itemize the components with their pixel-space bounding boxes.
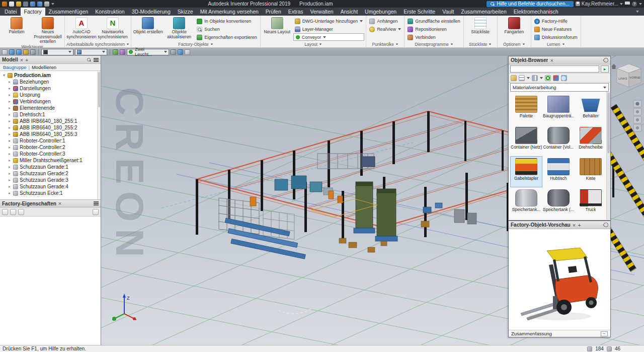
subtab-modellieren[interactable]: Modellieren <box>32 64 56 70</box>
tab-umgebungen[interactable]: Umgebungen <box>361 8 400 16</box>
neues-prozessmodell-button[interactable]: Neues Prozessmodell erstellen <box>33 16 63 44</box>
expander-icon[interactable]: ▸ <box>8 138 12 143</box>
tab-erste-schritte[interactable]: Erste Schritte <box>400 8 439 16</box>
tab-zusammenarbeiten[interactable]: Zusammenarbeiten <box>457 8 510 16</box>
tree-item[interactable]: ▸Darstellungen <box>0 85 101 92</box>
search-go-button[interactable]: ▸ <box>601 65 609 73</box>
tree-item[interactable]: ▸ABB IRB6640_180_255:1 <box>0 118 101 124</box>
tree-item[interactable]: ▸Roboter-Controller:2 <box>0 144 101 151</box>
tab-skizze[interactable]: Skizze <box>174 8 197 16</box>
tab-elektromechanisch[interactable]: Elektromechanisch <box>510 8 562 16</box>
tree-item[interactable]: ▸Miller Drahtschweißgeraet:1 <box>0 157 101 164</box>
in-objekte-konvertieren-button[interactable]: In Objekte konvertieren <box>195 17 259 25</box>
redo-icon[interactable] <box>37 2 42 7</box>
qat-dropdown-icon[interactable] <box>51 3 54 5</box>
sort-ascending-icon[interactable] <box>2 209 8 215</box>
autocad-sync-button[interactable]: A AutoCAD synchronisieren <box>66 16 97 39</box>
anhaengen-button[interactable]: Anhängen <box>368 17 403 25</box>
group-label-arbeitsablaeufe[interactable]: Arbeitsabläufe synchronisieren <box>66 41 129 47</box>
help-dropdown-icon[interactable] <box>639 3 642 5</box>
perspective-icon[interactable] <box>178 49 183 55</box>
tree-item[interactable]: ▸Roboter-Controller:3 <box>0 151 101 157</box>
tree-item[interactable]: ▸Drehtisch:1 <box>0 111 101 118</box>
expander-icon[interactable]: ▸ <box>8 86 12 91</box>
tree-item[interactable]: ▸Schutzzaun Gerade:2 <box>0 170 101 177</box>
appearance-select[interactable] <box>75 49 107 55</box>
tree-item-production[interactable]: ▾ Production.iam <box>0 72 101 79</box>
filter-icon[interactable] <box>93 209 99 215</box>
asset-container-vol[interactable]: Container (Vol... <box>542 125 575 156</box>
parameters-icon[interactable] <box>23 49 29 55</box>
expander-icon[interactable]: ▸ <box>8 178 12 182</box>
expander-icon[interactable]: ▸ <box>8 119 12 123</box>
pin-icon[interactable] <box>603 57 609 63</box>
open-icon[interactable] <box>16 2 21 7</box>
tab-datei[interactable]: Datei <box>1 8 21 16</box>
tree-item[interactable]: ▸Schutzzaun Gerade:4 <box>0 183 101 190</box>
reflections-icon[interactable] <box>171 49 176 55</box>
subtab-baugruppe[interactable]: Baugruppe <box>3 64 26 70</box>
objekt-erstellen-button[interactable]: Objekt erstellen <box>133 16 163 35</box>
expander-icon[interactable]: ▸ <box>8 184 12 189</box>
expander-icon[interactable]: ▸ <box>8 99 12 104</box>
list-view-select[interactable] <box>519 75 525 81</box>
viewcube-front-face[interactable]: VORNE <box>629 76 640 79</box>
cloud-icon[interactable] <box>561 75 567 81</box>
expander-icon[interactable]: ▸ <box>8 165 12 169</box>
tree-item[interactable]: ▸Ursprung <box>0 92 101 98</box>
group-label-optionen[interactable]: Optionen <box>499 41 529 47</box>
sort-descending-icon[interactable] <box>10 209 16 215</box>
object-search-input[interactable] <box>510 65 599 73</box>
new-file-icon[interactable] <box>9 2 14 7</box>
save-icon[interactable] <box>23 2 28 7</box>
expander-icon[interactable]: ▸ <box>8 112 12 117</box>
tab-vault[interactable]: Vault <box>439 8 457 16</box>
grundflaeche-einstellen-button[interactable]: Grundfläche einstellen <box>406 17 462 25</box>
eigenschaften-exportieren-button[interactable]: Eigenschaften exportieren <box>195 33 259 41</box>
expander-icon[interactable]: ▸ <box>8 145 12 150</box>
expander-icon[interactable]: ▸ <box>8 125 12 130</box>
group-label-stueckliste[interactable]: Stückliste <box>465 41 496 47</box>
asset-kiste[interactable]: Kiste <box>575 156 607 187</box>
material-select[interactable] <box>41 49 73 55</box>
fangarten-button[interactable]: Fangarten <box>499 16 529 35</box>
add-tab-icon[interactable]: + <box>25 57 28 63</box>
tree-item[interactable]: ▸Beziehungen <box>0 79 101 85</box>
print-icon[interactable] <box>44 2 49 7</box>
shadows-icon[interactable] <box>120 49 125 55</box>
group-label-layout[interactable]: Layout <box>262 41 365 47</box>
expander-icon[interactable]: ▸ <box>8 171 12 176</box>
edit-icon[interactable] <box>511 75 517 81</box>
expander-icon[interactable]: ▸ <box>8 106 12 110</box>
tab-factory[interactable]: Factory <box>21 8 45 16</box>
undo-icon[interactable] <box>30 2 35 7</box>
close-icon[interactable]: × <box>20 57 23 62</box>
close-icon[interactable]: × <box>550 58 553 63</box>
conveyor-select[interactable]: Conveyor <box>293 33 365 41</box>
close-icon[interactable]: × <box>58 201 61 206</box>
viewcube-left-face[interactable]: LINKS <box>618 77 627 80</box>
menu-icon[interactable] <box>94 201 99 205</box>
expander-icon[interactable]: ▸ <box>8 132 12 136</box>
close-icon[interactable]: × <box>573 223 576 228</box>
tree-item[interactable]: ▸Schutzzaun Gerade:1 <box>0 164 101 170</box>
undo-icon[interactable] <box>9 49 15 55</box>
group-label-lernen[interactable]: Lernen <box>533 41 579 47</box>
expander-icon[interactable]: ▸ <box>8 93 12 97</box>
tab-verwalten[interactable]: Verwalten <box>307 8 337 16</box>
verbinden-button[interactable]: Verbinden <box>406 33 462 41</box>
home-icon[interactable] <box>612 66 616 69</box>
tree-item[interactable]: ▸ABB IRB6640_180_255:3 <box>0 131 101 137</box>
tree-item[interactable]: ▸ABB IRB6640_180_255:2 <box>0 124 101 131</box>
sync-icon[interactable] <box>553 75 559 81</box>
search-icon[interactable] <box>87 57 92 62</box>
expander-icon[interactable]: ▸ <box>8 158 12 163</box>
paletten-button[interactable]: Paletten <box>2 16 32 35</box>
factory-hilfe-button[interactable]: ? Factory-Hilfe <box>533 17 579 25</box>
layer-manager-button[interactable]: Layer-Manager <box>293 25 365 33</box>
thumbnail-view-select[interactable] <box>532 75 538 81</box>
tab-zusammenfuegen[interactable]: Zusammenfügen <box>45 8 92 16</box>
tab-konstruktion[interactable]: Konstruktion <box>92 8 128 16</box>
add-tab-icon[interactable]: + <box>578 222 581 228</box>
tab-3d-modellierung[interactable]: 3D-Modellierung <box>128 8 174 16</box>
